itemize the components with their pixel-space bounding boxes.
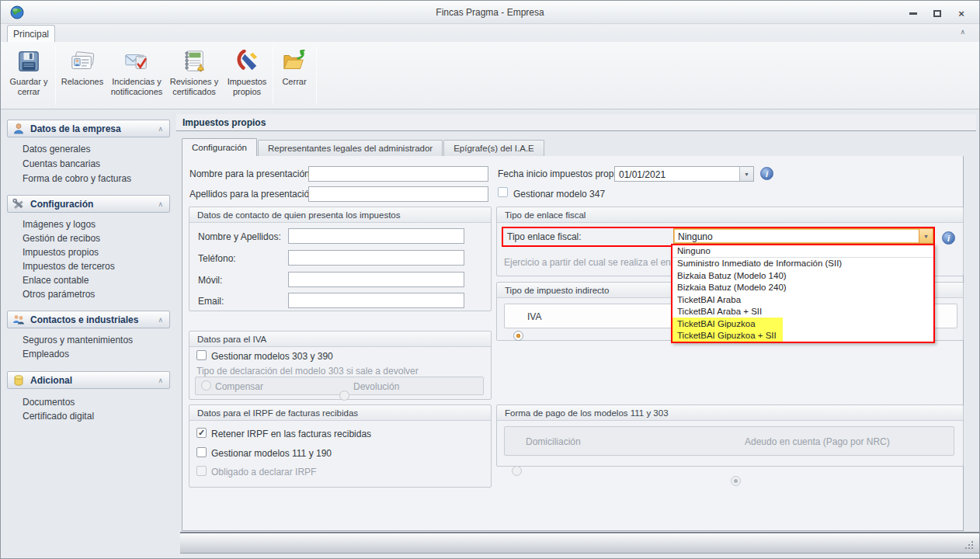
sidebar-item-datos-generales[interactable]: Datos generales (23, 144, 170, 157)
tools-icon (12, 198, 25, 210)
dropdown-option[interactable]: Ninguno (672, 245, 933, 258)
ribbon-button-label: Cerrar (282, 77, 306, 87)
dropdown-option[interactable]: TicketBAI Araba + SII (672, 306, 933, 318)
chevron-up-icon[interactable]: ∧ (158, 377, 163, 384)
sidebar-section-adicional[interactable]: Adicional ∧ (7, 371, 170, 389)
apellidos-presentacion-input[interactable] (308, 186, 488, 202)
sidebar-item-empleados[interactable]: Empleados (23, 349, 170, 362)
nombre-apellidos-input[interactable] (288, 228, 464, 244)
tab-representantes[interactable]: Representantes legales del administrador (258, 140, 443, 156)
section-title: Contactos e industriales (30, 314, 138, 325)
compensar-label: Compensar (215, 381, 263, 392)
save-and-close-button[interactable]: Guardar y cerrar (5, 44, 52, 106)
adeudo-radio[interactable] (731, 476, 741, 486)
fecha-inicio-label: Fecha inicio impuestos propios: (498, 168, 628, 179)
dropdown-option[interactable]: Bizkaia Batuz (Modelo 240) (672, 282, 933, 294)
modelos-303-390-checkbox[interactable] (196, 350, 207, 360)
dropdown-option-highlighted[interactable]: TicketBAI Gipuzkoa (672, 318, 933, 330)
modelos-111-190-checkbox[interactable] (196, 447, 207, 457)
close-button[interactable]: × (952, 8, 971, 19)
modelo347-label: Gestionar modelo 347 (513, 189, 605, 200)
obligado-irpf-checkbox[interactable] (196, 466, 207, 476)
sidebar-item-impuestos-propios[interactable]: Impuestos propios (23, 247, 170, 260)
fecha-dropdown-button[interactable]: ▼ (739, 167, 753, 181)
cerrar-button[interactable]: Cerrar (276, 44, 313, 106)
bottom-scrollbar[interactable] (180, 532, 979, 554)
iva-radio[interactable] (513, 331, 523, 341)
ribbon-separator (55, 46, 56, 105)
devolucion-radio[interactable] (339, 391, 349, 401)
group-title: Datos para el IRPF de facturas recibidas (197, 408, 358, 418)
modelo347-checkbox[interactable] (498, 187, 508, 197)
enlace-info-icon[interactable]: i (942, 231, 955, 245)
sidebar-item-seguros[interactable]: Seguros y mantenimientos (23, 335, 170, 348)
window-title: Fincas Pragma - Empresa (1, 7, 979, 18)
contacts-icon (69, 48, 96, 75)
notebook-bell-icon (181, 48, 207, 75)
chevron-down-icon: ▼ (744, 172, 749, 177)
group-title: Forma de pago de los modelos 111 y 303 (505, 408, 669, 418)
tipo-enlace-value: Ninguno (678, 231, 713, 242)
ribbon-button-label: Incidencias y notificaciones (109, 77, 165, 97)
sidebar-section-datos-empresa[interactable]: Datos de la empresa ∧ (7, 120, 170, 137)
sidebar-item-gestion-recibos[interactable]: Gestión de recibos (23, 233, 170, 246)
database-icon (12, 374, 25, 387)
relaciones-button[interactable]: Relaciones (58, 44, 106, 106)
incidencias-button[interactable]: Incidencias y notificaciones (108, 44, 165, 106)
mail-check-icon (123, 48, 150, 75)
people-icon (12, 314, 25, 326)
email-input[interactable] (288, 293, 464, 308)
dropdown-option-highlighted[interactable]: TicketBAI Gipuzkoa + SII (672, 330, 933, 342)
ribbon-button-label: Revisiones y certificados (168, 77, 221, 97)
tab-configuracion[interactable]: Configuración (182, 138, 257, 156)
sidebar-item-documentos[interactable]: Documentos (23, 397, 170, 410)
revisiones-button[interactable]: Revisiones y certificados (167, 44, 221, 106)
ejercicio-enlace-label: Ejercicio a partir del cual se realiza e… (504, 257, 690, 268)
minimize-icon (909, 12, 917, 15)
tab-epigrafes[interactable]: Epígrafe(s) del I.A.E (443, 140, 544, 156)
resize-grip[interactable] (965, 540, 975, 549)
sidebar-item-enlace-contable[interactable]: Enlace contable (23, 275, 170, 288)
retener-irpf-checkbox[interactable]: ✓ (196, 428, 207, 438)
dropdown-option[interactable]: Suministro Inmediato de Información (SII… (672, 258, 933, 270)
sidebar-section-configuracion[interactable]: Configuración ∧ (7, 195, 170, 213)
sidebar-item-otros-parametros[interactable]: Otros parámetros (23, 289, 170, 302)
chevron-up-icon[interactable]: ∧ (158, 125, 163, 133)
chevron-up-icon[interactable]: ∧ (158, 200, 163, 208)
ribbon-tab-principal[interactable]: Principal (7, 25, 55, 42)
compensar-radio[interactable] (201, 380, 211, 391)
impuestos-propios-button[interactable]: Impuestos propios (223, 44, 271, 106)
chevron-up-icon[interactable]: ∧ (158, 316, 163, 324)
enlace-dropdown-button[interactable]: ▼ (919, 229, 933, 243)
modelos-111-190-label: Gestionar modelos 111 y 190 (211, 448, 332, 459)
obligado-irpf-label: Obligado a declarar IRPF (211, 467, 316, 477)
movil-input[interactable] (288, 272, 464, 287)
nombre-presentacion-input[interactable] (308, 166, 488, 182)
section-title: Adicional (30, 375, 72, 386)
tab-strip: Configuración Representantes legales del… (182, 138, 545, 156)
content-header (176, 114, 976, 131)
tipo-enlace-label: Tipo enlace fiscal: (507, 231, 582, 242)
minimize-button[interactable] (904, 8, 923, 19)
domiciliacion-label: Domiciliación (526, 436, 581, 447)
ribbon-collapse-icon[interactable]: ∧ (960, 28, 965, 36)
page-title: Impuestos propios (182, 117, 266, 128)
sidebar-item-impuestos-terceros[interactable]: Impuestos de terceros (23, 261, 170, 274)
fecha-info-icon[interactable]: i (760, 167, 773, 180)
domiciliacion-radio[interactable] (512, 466, 522, 476)
sidebar-item-forma-cobro[interactable]: Forma de cobro y facturas (23, 173, 170, 186)
ribbon-button-label: Relaciones (61, 77, 103, 87)
dropdown-option[interactable]: TicketBAI Araba (672, 293, 933, 306)
restore-button[interactable] (928, 8, 947, 19)
fecha-inicio-value: 01/01/2021 (619, 169, 665, 180)
dropdown-option[interactable]: Bizkaia Batuz (Modelo 140) (672, 269, 933, 282)
sidebar-section-contactos[interactable]: Contactos e industriales ∧ (7, 311, 170, 328)
tipo-declaracion-label: Tipo de declaración del modelo 303 si sa… (196, 366, 419, 377)
telefono-input[interactable] (288, 250, 464, 266)
sidebar-item-imagenes-logos[interactable]: Imágenes y logos (23, 219, 170, 232)
tipo-enlace-combo[interactable]: Ninguno ▼ (673, 228, 933, 244)
sidebar-item-certificado-digital[interactable]: Certificado digital (23, 411, 170, 424)
fecha-inicio-combo[interactable]: 01/01/2021 ▼ (614, 166, 754, 182)
sidebar-item-cuentas-bancarias[interactable]: Cuentas bancarias (23, 158, 170, 172)
ribbon-separator (316, 46, 317, 105)
